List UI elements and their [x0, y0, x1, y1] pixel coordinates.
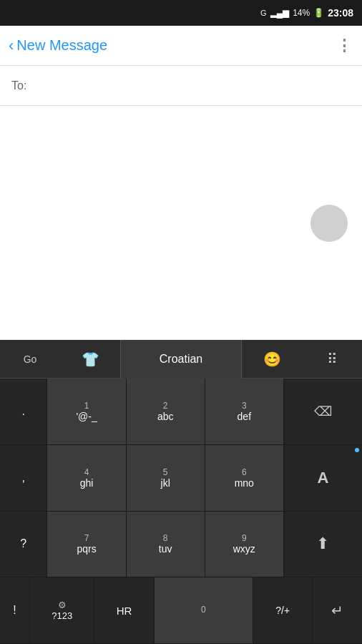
hr-key[interactable]: HR [94, 577, 154, 643]
key-row-4: ! ⚙ ?123 HR 0 ?/+ ↵ [0, 577, 362, 644]
status-icons: G ▂▄▆ 14% 🔋 23:08 [260, 7, 353, 19]
back-chevron-icon: ‹ [9, 36, 14, 55]
key-3[interactable]: 3 def [205, 379, 284, 444]
symbols-label: ?/+ [275, 605, 290, 616]
message-body [0, 106, 362, 340]
grid-button[interactable]: ⠿ [302, 340, 362, 379]
language-label: Croatian [160, 353, 202, 366]
keyboard-keys: . 1 '@-_ 2 abc 3 def ⌫ , 4 [0, 379, 362, 644]
input-mode-key[interactable]: A [284, 445, 362, 511]
theme-button[interactable]: 👕 [60, 340, 120, 379]
key-comma[interactable]: , [0, 445, 47, 511]
gear-icon: ⚙ [58, 600, 67, 610]
shift-icon: ⬆ [316, 535, 329, 553]
to-label: To: [11, 79, 26, 92]
battery-icon: 🔋 [313, 8, 324, 18]
enter-icon: ↵ [331, 602, 343, 619]
key-question[interactable]: ? [0, 512, 47, 577]
indicator-dot [355, 448, 359, 452]
key-dot-label: . [22, 405, 25, 418]
network-type-icon: G [260, 9, 267, 17]
key-7[interactable]: 7 pqrs [47, 512, 126, 577]
hr-label: HR [117, 605, 132, 617]
to-field: To: [0, 66, 362, 106]
key-dot[interactable]: . [0, 379, 47, 444]
backspace-key[interactable]: ⌫ [284, 379, 362, 444]
key-6[interactable]: 6 mno [205, 445, 284, 511]
key-exclaim[interactable]: ! [0, 577, 30, 643]
key-5[interactable]: 5 jkl [127, 445, 205, 511]
keyboard-toolbar: Go 👕 Croatian 😊 ⠿ [0, 340, 362, 379]
go-label: Go [24, 353, 37, 365]
language-selector[interactable]: Croatian [120, 340, 242, 379]
key-row-3: ? 7 pqrs 8 tuv 9 wxyz ⬆ [0, 512, 362, 578]
title-bar: ‹ New Message ⋮ [0, 26, 362, 66]
backspace-icon: ⌫ [314, 404, 332, 419]
signal-bars-icon: ▂▄▆ [270, 8, 290, 18]
input-mode-icon: A [317, 469, 328, 487]
shirt-icon: 👕 [82, 351, 99, 368]
keyboard: Go 👕 Croatian 😊 ⠿ . 1 '@-_ 2 abc [0, 340, 362, 644]
key-2[interactable]: 2 abc [127, 379, 205, 444]
key-comma-label: , [22, 472, 25, 484]
overflow-menu-button[interactable]: ⋮ [336, 36, 353, 55]
emoji-button[interactable]: 😊 [242, 340, 302, 379]
recipient-input[interactable] [32, 79, 351, 92]
grid-icon: ⠿ [327, 351, 338, 368]
space-key[interactable]: 0 [155, 577, 253, 643]
enter-key[interactable]: ↵ [313, 577, 362, 643]
key-row-1: . 1 '@-_ 2 abc 3 def ⌫ [0, 379, 362, 445]
go-button[interactable]: Go [0, 340, 60, 379]
symbols-key[interactable]: ?/+ [253, 577, 313, 643]
key-exclaim-label: ! [13, 604, 16, 617]
settings-123-key[interactable]: ⚙ ?123 [30, 577, 94, 643]
battery-percent: 14% [293, 8, 310, 18]
num-key-label: ?123 [52, 610, 72, 621]
key-8[interactable]: 8 tuv [127, 512, 205, 577]
key-1[interactable]: 1 '@-_ [47, 379, 126, 444]
emoji-icon: 😊 [263, 351, 281, 368]
key-question-label: ? [20, 537, 26, 550]
send-button[interactable] [310, 205, 348, 242]
key-row-2: , 4 ghi 5 jkl 6 mno A [0, 445, 362, 512]
clock: 23:08 [328, 7, 353, 19]
page-title: New Message [16, 37, 107, 54]
back-button[interactable]: ‹ New Message [9, 36, 107, 55]
status-bar: G ▂▄▆ 14% 🔋 23:08 [0, 0, 362, 26]
key-4[interactable]: 4 ghi [47, 445, 126, 511]
key-9[interactable]: 9 wxyz [205, 512, 284, 577]
shift-key[interactable]: ⬆ [284, 512, 362, 577]
